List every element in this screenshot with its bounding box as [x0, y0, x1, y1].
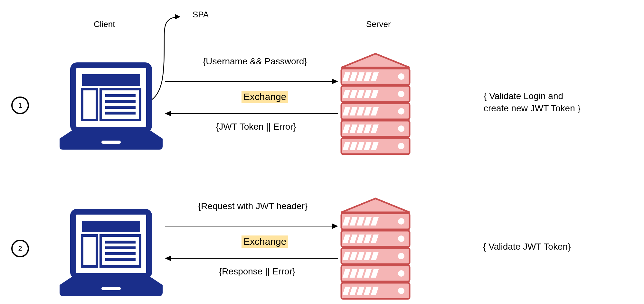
step-2-exchange-tag: Exchange [242, 235, 288, 248]
arrow-right-icon [332, 223, 338, 229]
step-1-server-action: { Validate Login and create new JWT Toke… [484, 90, 581, 115]
svg-rect-6 [105, 100, 136, 103]
step-1-server-line2: create new JWT Token } [484, 103, 581, 113]
step-2-request-label: {Request with JWT header} [198, 201, 308, 211]
spa-label: SPA [193, 10, 209, 20]
svg-rect-2 [82, 74, 140, 86]
step-1-number: 1 [18, 101, 22, 110]
svg-point-83 [398, 270, 404, 277]
svg-rect-48 [82, 235, 97, 266]
step-2-server-line1: { Validate JWT Token} [483, 242, 571, 252]
step-1-exchange-tag: Exchange [242, 91, 288, 103]
svg-rect-4 [101, 89, 140, 120]
client-header: Client [94, 19, 115, 29]
svg-point-24 [398, 91, 404, 97]
svg-rect-9 [101, 141, 121, 144]
svg-rect-8 [105, 112, 136, 115]
svg-marker-0 [175, 14, 180, 19]
server-stack-icon [338, 195, 413, 301]
svg-rect-49 [101, 235, 140, 266]
step-2-marker: 2 [11, 240, 29, 257]
arrow-right-icon [332, 78, 338, 84]
step-1-response-arrow [171, 113, 338, 114]
svg-point-31 [398, 108, 404, 115]
svg-point-69 [398, 235, 404, 242]
svg-rect-51 [105, 246, 136, 249]
svg-rect-5 [105, 94, 136, 97]
step-2-request-arrow [165, 226, 332, 226]
svg-point-45 [398, 143, 404, 149]
svg-point-62 [398, 218, 404, 225]
step-1-request-label: {Username && Password} [203, 56, 307, 67]
svg-rect-54 [101, 287, 121, 290]
step-2-response-label: {Response || Error} [219, 266, 295, 277]
svg-rect-47 [82, 221, 140, 232]
svg-marker-10 [341, 54, 410, 68]
step-1-marker: 1 [11, 97, 29, 114]
step-2-server-action: { Validate JWT Token} [483, 241, 571, 253]
svg-point-17 [398, 73, 404, 80]
svg-point-90 [398, 288, 404, 294]
step-2-number: 2 [18, 244, 22, 253]
svg-marker-55 [341, 198, 410, 212]
svg-rect-50 [105, 241, 136, 244]
svg-point-38 [398, 125, 404, 132]
svg-rect-53 [105, 258, 136, 261]
step-1-request-arrow [165, 81, 332, 82]
step-2-response-arrow [171, 258, 338, 259]
arrow-left-icon [165, 255, 171, 261]
jwt-auth-diagram: Client Server SPA 1 [0, 0, 644, 304]
arrow-left-icon [165, 111, 171, 116]
svg-rect-3 [82, 89, 97, 120]
step-1-response-label: {JWT Token || Error} [216, 122, 296, 132]
svg-rect-7 [105, 106, 136, 109]
svg-rect-52 [105, 252, 136, 255]
step-1-server-line1: { Validate Login and [484, 91, 563, 101]
client-laptop-icon [60, 206, 163, 301]
svg-point-76 [398, 253, 404, 259]
client-laptop-icon [60, 60, 163, 154]
server-stack-icon [338, 50, 413, 156]
server-header: Server [366, 19, 391, 29]
